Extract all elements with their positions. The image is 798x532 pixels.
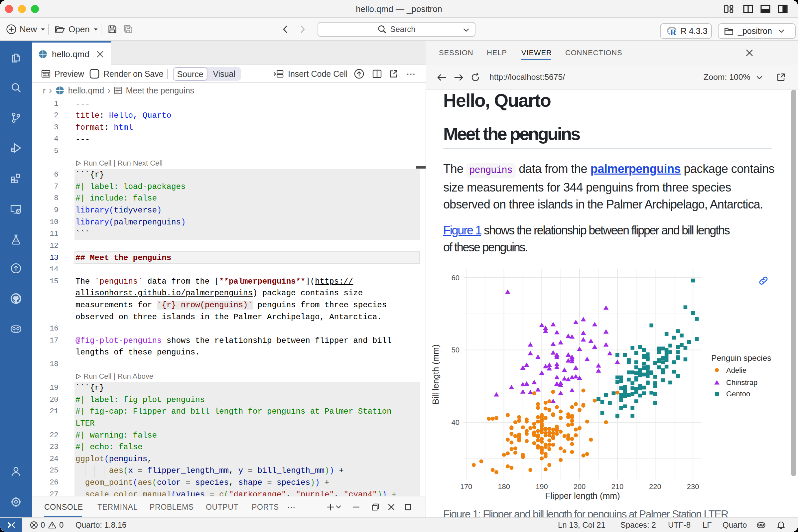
svg-text:200: 200 [573,482,586,491]
svg-text:60: 60 [452,274,459,282]
svg-text:Chinstrap: Chinstrap [726,378,757,387]
svg-text:180: 180 [498,482,510,491]
svg-text:Adelie: Adelie [726,366,746,374]
svg-text:220: 220 [649,482,661,491]
svg-text:Flipper length (mm): Flipper length (mm) [545,491,620,501]
svg-text:190: 190 [536,482,548,491]
svg-text:210: 210 [611,482,624,491]
svg-text:Gentoo: Gentoo [726,390,750,398]
svg-text:Penguin species: Penguin species [711,354,771,362]
svg-text:Bill length (mm): Bill length (mm) [432,344,440,405]
svg-text:170: 170 [460,482,473,491]
svg-text:230: 230 [687,482,699,491]
svg-text:40: 40 [452,418,459,426]
svg-text:50: 50 [452,346,459,354]
svg-text:R: R [670,27,676,36]
